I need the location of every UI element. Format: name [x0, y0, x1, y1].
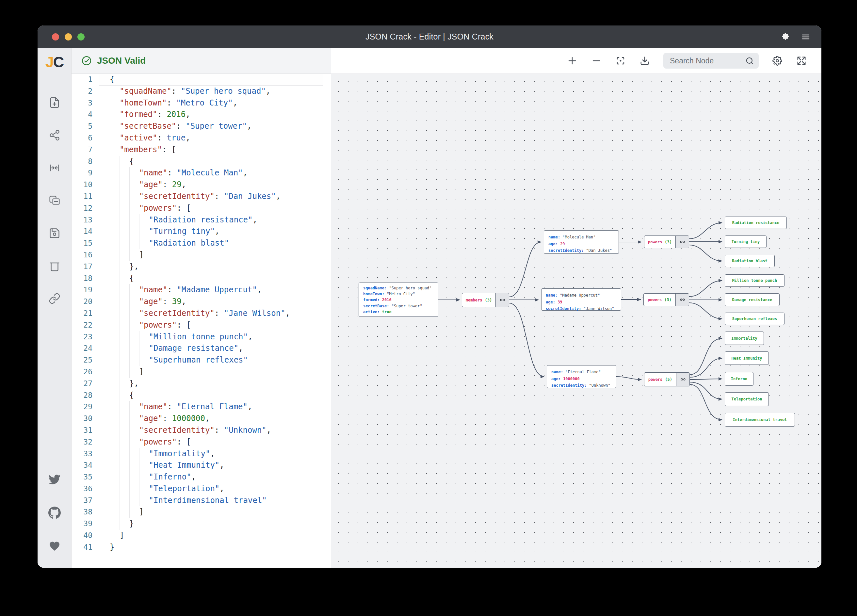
line-number: 8 [71, 156, 99, 167]
code-line[interactable]: 14"Turning tiny", [71, 226, 331, 237]
graph-view-button[interactable] [44, 125, 65, 145]
download-image-button[interactable] [639, 55, 650, 66]
node-powers-array-3[interactable]: powers(5) [644, 372, 690, 386]
zoom-out-button[interactable] [591, 55, 602, 66]
node-leaf[interactable]: Million tonne punch [725, 274, 784, 287]
line-number: 23 [71, 331, 99, 343]
code-line[interactable]: 21"secretIdentity": "Jane Wilson", [71, 308, 331, 319]
code-line[interactable]: 1{ [71, 74, 331, 85]
node-leaf[interactable]: Heat Immunity [725, 351, 769, 365]
graph-toolbar [331, 48, 821, 74]
node-leaf[interactable]: Superhuman reflexes [725, 313, 784, 325]
node-member-eternal-flame[interactable]: name: "Eternal Flame" age: 1000000 secre… [547, 365, 616, 388]
node-leaf[interactable]: Immortality [725, 331, 764, 345]
code-line[interactable]: 40] [71, 530, 331, 542]
settings-button[interactable] [772, 55, 783, 66]
node-leaf[interactable]: Interdimensional travel [725, 413, 795, 427]
line-number: 25 [71, 354, 99, 366]
graph-canvas[interactable]: squadName: "Super hero squad" homeTown: … [331, 74, 821, 568]
code-line[interactable]: 29"name": "Eternal Flame", [71, 401, 331, 413]
code-line[interactable]: 15"Radiation blast" [71, 237, 331, 249]
node-member-molecule-man[interactable]: name: "Molecule Man" age: 29 secretIdent… [544, 230, 619, 254]
github-button[interactable] [44, 502, 65, 523]
code-line[interactable]: 23"Million tonne punch", [71, 331, 331, 343]
node-powers-array-1[interactable]: powers(3) [644, 235, 689, 248]
node-leaf[interactable]: Inferno [725, 372, 753, 386]
zoom-in-button[interactable] [567, 55, 578, 66]
code-line[interactable]: 13"Radiation resistance", [71, 214, 331, 226]
code-line[interactable]: 26] [71, 366, 331, 378]
line-number: 18 [71, 273, 99, 285]
code-line[interactable]: 28{ [71, 390, 331, 401]
node-member-madame-uppercut[interactable]: name: "Madame Uppercut" age: 39 secretId… [541, 288, 621, 311]
code-line[interactable]: 6"active": true, [71, 132, 331, 144]
code-line[interactable]: 10"age": 29, [71, 179, 331, 191]
code-line[interactable]: 24"Damage resistance", [71, 343, 331, 354]
code-line[interactable]: 31"secretIdentity": "Unknown", [71, 425, 331, 436]
code-line[interactable]: 27}, [71, 378, 331, 390]
code-line[interactable]: 32"powers": [ [71, 436, 331, 448]
code-line[interactable]: 36"Teleportation", [71, 483, 331, 495]
line-number: 20 [71, 296, 99, 308]
code-line[interactable]: 5"secretBase": "Super tower", [71, 121, 331, 132]
line-number: 29 [71, 401, 99, 413]
code-line[interactable]: 38] [71, 506, 331, 518]
expand-icon [797, 56, 806, 66]
heart-icon [49, 540, 60, 552]
copy-icon [49, 195, 60, 206]
new-document-button[interactable] [44, 92, 65, 113]
code-line[interactable]: 19"name": "Madame Uppercut", [71, 284, 331, 296]
json-code-editor[interactable]: 1{2"squadName": "Super hero squad",3"hom… [71, 74, 331, 568]
code-line[interactable]: 4"formed": 2016, [71, 109, 331, 121]
code-line[interactable]: 16] [71, 249, 331, 261]
delete-button[interactable] [44, 255, 65, 276]
collapse-link-icon[interactable] [675, 294, 689, 306]
code-line[interactable]: 17}, [71, 261, 331, 273]
code-line[interactable]: 9"name": "Molecule Man", [71, 167, 331, 179]
collapse-link-icon[interactable] [676, 373, 690, 386]
code-line[interactable]: 41} [71, 542, 331, 553]
line-number: 13 [71, 214, 99, 226]
node-leaf[interactable]: Teleportation [725, 392, 769, 406]
menu-icon[interactable] [801, 33, 810, 41]
share-link-button[interactable] [44, 288, 65, 309]
twitter-button[interactable] [44, 469, 65, 490]
node-leaf[interactable]: Damage resistance [725, 293, 780, 306]
code-line[interactable]: 22"powers": [ [71, 319, 331, 331]
code-line[interactable]: 39} [71, 518, 331, 530]
node-leaf[interactable]: Radiation resistance [725, 217, 787, 229]
code-line[interactable]: 20"age": 39, [71, 296, 331, 308]
focus-center-button[interactable] [615, 55, 626, 66]
save-button[interactable] [44, 223, 65, 244]
code-line[interactable]: 12"powers": [ [71, 203, 331, 214]
search-node-input[interactable] [669, 56, 745, 66]
code-line[interactable]: 33"Immortality", [71, 448, 331, 460]
node-root-object[interactable]: squadName: "Super hero squad" homeTown: … [359, 283, 438, 317]
node-members-array[interactable]: members(3) [462, 293, 509, 307]
line-number: 35 [71, 471, 99, 483]
code-line[interactable]: 2"squadName": "Super hero squad", [71, 85, 331, 98]
code-line[interactable]: 7"members": [ [71, 144, 331, 156]
code-line[interactable]: 25"Superhuman reflexes" [71, 354, 331, 366]
fullscreen-button[interactable] [796, 55, 807, 66]
line-number: 24 [71, 343, 99, 354]
collapse-link-icon[interactable] [675, 236, 689, 248]
minus-icon [591, 56, 601, 66]
puzzle-extension-icon[interactable] [781, 33, 790, 41]
sponsor-button[interactable] [44, 536, 65, 557]
code-line[interactable]: 18{ [71, 273, 331, 285]
code-line[interactable]: 30"age": 1000000, [71, 413, 331, 425]
code-line[interactable]: 35"Inferno", [71, 471, 331, 483]
copy-button[interactable] [44, 190, 65, 211]
code-line[interactable]: 11"secretIdentity": "Dan Jukes", [71, 191, 331, 203]
fit-width-button[interactable] [44, 158, 65, 178]
app-logo[interactable]: JC [45, 54, 63, 70]
node-powers-array-2[interactable]: powers(3) [644, 293, 689, 306]
code-line[interactable]: 37"Interdimensional travel" [71, 495, 331, 506]
node-leaf[interactable]: Radiation blast [725, 255, 775, 267]
node-leaf[interactable]: Turning tiny [725, 235, 767, 248]
collapse-link-icon[interactable] [495, 293, 509, 307]
code-line[interactable]: 8{ [71, 156, 331, 167]
code-line[interactable]: 3"homeTown": "Metro City", [71, 98, 331, 109]
code-line[interactable]: 34"Heat Immunity", [71, 460, 331, 471]
